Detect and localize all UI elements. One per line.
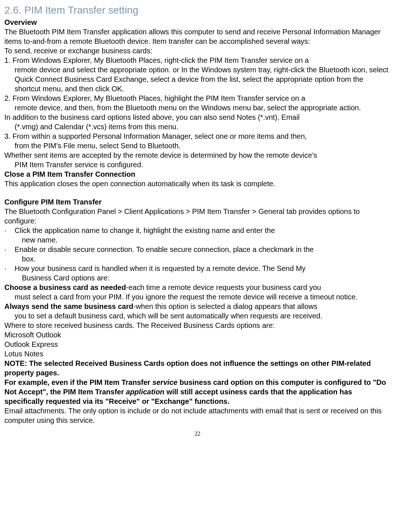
- section-heading: 2.6. PIM Item Transfer setting: [4, 4, 391, 17]
- bullet-3-continuation: Business Card options are:: [4, 273, 391, 283]
- choose-rest: -each time a remote device requests your…: [126, 283, 321, 291]
- option-outlook: Microsoft Outlook: [4, 330, 391, 340]
- step-3-continuation: from the PIM's File menu, select Send to…: [4, 141, 391, 150]
- where-line: Where to store received business cards. …: [4, 321, 391, 330]
- whether-continuation: PIM Item Transfer service is configured.: [4, 160, 391, 169]
- note-application-word: application: [126, 388, 164, 396]
- option-lotus-notes: Lotus Notes: [4, 349, 391, 359]
- note-service-word: service: [152, 378, 178, 386]
- always-continuation: you to set a default business card, whic…: [4, 311, 391, 321]
- bullet-item-2: · Enable or disable secure connection. T…: [4, 245, 391, 254]
- note-part-a: For example, even if the PIM Item Transf…: [4, 378, 152, 386]
- bullet-2-continuation: box.: [4, 254, 391, 264]
- step-1-continuation: remote device and select the appropriate…: [4, 65, 391, 93]
- overview-label: Overview: [4, 18, 391, 27]
- step-3-line-1: 3. From within a supported Personal Info…: [4, 131, 391, 141]
- bullet-dot-icon: ·: [4, 245, 15, 254]
- whether-line-1: Whether sent items are accepted by the r…: [4, 150, 391, 160]
- choose-continuation: must select a card from your PIM. If you…: [4, 292, 391, 302]
- choose-bold: Choose a business card as needed: [4, 283, 126, 291]
- bullet-2-text: Enable or disable secure connection. To …: [15, 245, 391, 254]
- email-attachments-line: Email attachments. The only option is in…: [4, 406, 391, 425]
- always-bold: Always send the same business card: [4, 302, 133, 310]
- configure-heading: Configure PIM Item Transfer: [4, 197, 391, 207]
- overview-paragraph: The Bluetooth PIM Item Transfer applicat…: [4, 27, 391, 46]
- choose-option-line-1: Choose a business card as needed-each ti…: [4, 283, 391, 292]
- configure-text: The Bluetooth Configuration Panel > Clie…: [4, 207, 391, 226]
- option-outlook-express: Outlook Express: [4, 340, 391, 349]
- close-text: This application closes the open connect…: [4, 179, 391, 188]
- note-line-1: NOTE: The selected Received Business Car…: [4, 359, 391, 378]
- bullet-dot-icon: ·: [4, 226, 15, 235]
- in-addition-continuation: (*.vmg) and Calendar (*.vcs) items from …: [4, 122, 391, 131]
- step-2-continuation: remote device, and then, from the Blueto…: [4, 103, 391, 112]
- bullet-dot-icon: ·: [4, 264, 15, 273]
- bullet-1-continuation: new name.: [4, 235, 391, 245]
- always-rest: -when this option is selected a dialog a…: [133, 302, 318, 310]
- to-send-line: To send, receive or exchange business ca…: [4, 46, 391, 56]
- note-line-2: For example, even if the PIM Item Transf…: [4, 378, 391, 406]
- bullet-3-text: How your business card is handled when i…: [15, 264, 391, 273]
- bullet-1-text: Click the application name to change it,…: [15, 226, 391, 235]
- close-heading: Close a PIM Item Transfer Connection: [4, 169, 391, 179]
- step-2-line-1: 2. From Windows Explorer, My Bluetooth P…: [4, 93, 391, 103]
- always-option-line-1: Always send the same business card-when …: [4, 302, 391, 311]
- bullet-item-1: · Click the application name to change i…: [4, 226, 391, 235]
- bullet-item-3: · How your business card is handled when…: [4, 264, 391, 273]
- blank-line: [4, 188, 391, 197]
- page-number: 22: [4, 430, 391, 438]
- step-1-line-1: 1. From Windows Explorer, My Bluetooth P…: [4, 56, 391, 65]
- in-addition-line-1: In addition to the business card options…: [4, 112, 391, 122]
